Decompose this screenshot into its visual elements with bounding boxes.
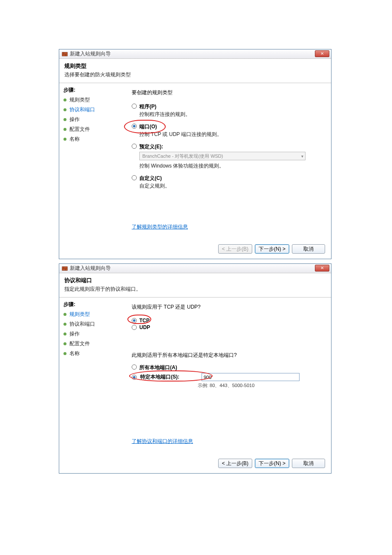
titlebar[interactable]: 新建入站规则向导 ✕ (59, 264, 331, 273)
learn-more-link[interactable]: 了解规则类型的详细信息 (132, 223, 323, 231)
step-name[interactable]: 名称 (63, 136, 119, 143)
close-button[interactable]: ✕ (315, 265, 329, 272)
bullet-icon (63, 98, 66, 101)
back-button[interactable]: < 上一步(B) (218, 459, 252, 468)
step-rule-type[interactable]: 规则类型 (63, 96, 119, 104)
window-title: 新建入站规则向导 (70, 265, 111, 272)
radio-udp[interactable] (132, 325, 137, 330)
firewall-icon (62, 266, 68, 272)
all-ports-label: 所有本地端口(A) (139, 364, 177, 371)
titlebar[interactable]: 新建入站规则向导 ✕ (59, 49, 331, 59)
next-button[interactable]: 下一步(N) > (255, 244, 289, 254)
page-title: 协议和端口 (64, 277, 326, 284)
radio-all-ports[interactable] (132, 364, 137, 370)
predefined-dropdown[interactable]: BranchCache - 对等机发现(使用 WSD) (139, 152, 306, 160)
step-profile[interactable]: 配置文件 (63, 126, 119, 133)
tcp-label: TCP (139, 318, 150, 324)
udp-label: UDP (139, 324, 150, 330)
header: 规则类型 选择要创建的防火墙规则类型 (59, 59, 331, 83)
bullet-icon (63, 128, 66, 131)
steps-heading: 步骤: (63, 301, 119, 308)
header: 协议和端口 指定此规则应用于的协议和端口。 (59, 273, 331, 298)
specific-ports-input[interactable] (202, 373, 300, 381)
page-description: 指定此规则应用于的协议和端口。 (64, 286, 326, 293)
steps-heading: 步骤: (63, 87, 119, 94)
close-button[interactable]: ✕ (315, 50, 329, 57)
firewall-icon (62, 51, 68, 57)
radio-port[interactable] (132, 124, 137, 129)
wizard-protocol-port: 新建入站规则向导 ✕ 协议和端口 指定此规则应用于的协议和端口。 步骤: 规则类… (59, 263, 331, 474)
option-predefined-label: 预定义(E): (139, 143, 163, 150)
bullet-icon (63, 118, 66, 121)
port-scope-question: 此规则适用于所有本地端口还是特定本地端口? (132, 352, 323, 359)
specific-ports-label: 特定本地端口(S): (140, 373, 194, 381)
bullet-icon (63, 323, 66, 326)
step-protocol-port[interactable]: 协议和端口 (63, 106, 119, 113)
button-bar: < 上一步(B) 下一步(N) > 取消 (59, 241, 331, 259)
option-port-label: 端口(O) (139, 123, 157, 130)
next-button[interactable]: 下一步(N) > (255, 459, 289, 468)
option-port-desc: 控制 TCP 或 UDP 端口连接的规则。 (139, 131, 323, 138)
rule-type-prompt: 要创建的规则类型 (132, 89, 323, 96)
steps-sidebar: 步骤: 规则类型 协议和端口 操作 配置文件 名称 (59, 298, 123, 455)
bullet-icon (63, 108, 66, 111)
ports-example: 示例: 80、443、5000-5010 (198, 382, 323, 389)
step-name[interactable]: 名称 (63, 350, 119, 357)
radio-program[interactable] (132, 104, 137, 109)
button-bar: < 上一步(B) 下一步(N) > 取消 (59, 455, 331, 473)
step-action[interactable]: 操作 (63, 116, 119, 123)
learn-more-link[interactable]: 了解协议和端口的详细信息 (132, 438, 323, 445)
steps-sidebar: 步骤: 规则类型 协议和端口 操作 配置文件 名称 (59, 83, 123, 241)
back-button[interactable]: < 上一步(B) (218, 244, 252, 254)
main-panel: 该规则应用于 TCP 还是 UDP? TCP UDP 此规则适用于所有本地端口还… (123, 298, 331, 455)
bullet-icon (63, 352, 66, 355)
main-panel: 要创建的规则类型 程序(P) 控制程序连接的规则。 端口(O) 控制 TCP 或… (123, 83, 331, 241)
radio-custom[interactable] (132, 175, 137, 180)
step-protocol-port[interactable]: 协议和端口 (63, 321, 119, 328)
protocol-question: 该规则应用于 TCP 还是 UDP? (132, 304, 323, 311)
radio-tcp[interactable] (132, 318, 137, 323)
step-rule-type[interactable]: 规则类型 (63, 311, 119, 318)
bullet-icon (63, 138, 66, 141)
bullet-icon (63, 313, 66, 316)
page-title: 规则类型 (64, 62, 326, 70)
option-custom-label: 自定义(C) (139, 175, 162, 182)
step-action[interactable]: 操作 (63, 330, 119, 338)
option-program-desc: 控制程序连接的规则。 (139, 111, 323, 118)
option-program-label: 程序(P) (139, 103, 156, 110)
option-predefined-desc: 控制 Windows 体验功能连接的规则。 (139, 162, 323, 170)
wizard-rule-type: 新建入站规则向导 ✕ 规则类型 选择要创建的防火墙规则类型 步骤: 规则类型 协… (59, 49, 331, 259)
window-title: 新建入站规则向导 (70, 50, 111, 58)
cancel-button[interactable]: 取消 (292, 244, 325, 254)
radio-predefined[interactable] (132, 144, 137, 149)
step-profile[interactable]: 配置文件 (63, 340, 119, 347)
page-description: 选择要创建的防火墙规则类型 (64, 71, 326, 78)
radio-specific-ports[interactable] (132, 375, 137, 380)
bullet-icon (63, 342, 66, 345)
option-custom-desc: 自定义规则。 (139, 182, 323, 190)
bullet-icon (63, 332, 66, 335)
cancel-button[interactable]: 取消 (292, 459, 325, 468)
